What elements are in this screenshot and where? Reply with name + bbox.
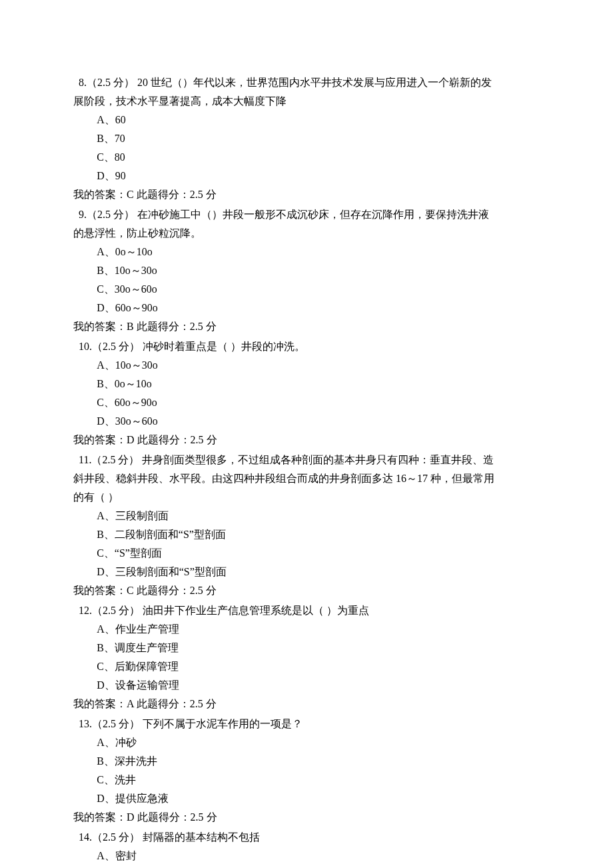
question-stem-cont: 的悬浮性，防止砂粒沉降。 bbox=[73, 224, 540, 243]
answer-line: 我的答案：C 此题得分：2.5 分 bbox=[73, 185, 540, 204]
question-stem-cont: 展阶段，技术水平显著提高，成本大幅度下降 bbox=[73, 92, 540, 111]
option-c: C、60o～90o bbox=[73, 393, 540, 412]
question-stem: 9.（2.5 分） 在冲砂施工中（）井段一般形不成沉砂床，但存在沉降作用，要保持… bbox=[73, 205, 540, 224]
answer-line: 我的答案：D 此题得分：2.5 分 bbox=[73, 431, 540, 449]
answer-line: 我的答案：A 此题得分：2.5 分 bbox=[73, 695, 540, 713]
question-8: 8.（2.5 分） 20 世纪（）年代以来，世界范围内水平井技术发展与应用进入一… bbox=[73, 73, 540, 204]
option-d: D、提供应急液 bbox=[73, 789, 540, 808]
question-stem: 12.（2.5 分） 油田井下作业生产信息管理系统是以（ ）为重点 bbox=[73, 601, 540, 620]
question-stem-cont2: 的有（ ） bbox=[73, 488, 540, 507]
document-page: 8.（2.5 分） 20 世纪（）年代以来，世界范围内水平井技术发展与应用进入一… bbox=[0, 0, 613, 868]
question-13: 13.（2.5 分） 下列不属于水泥车作用的一项是？ A、冲砂 B、深井洗井 C… bbox=[73, 715, 540, 827]
question-10: 10.（2.5 分） 冲砂时着重点是（ ）井段的冲洗。 A、10o～30o B、… bbox=[73, 337, 540, 449]
question-stem: 13.（2.5 分） 下列不属于水泥车作用的一项是？ bbox=[73, 715, 540, 733]
option-d: D、30o～60o bbox=[73, 412, 540, 431]
question-11: 11.（2.5 分） 井身剖面类型很多，不过组成各种剖面的基本井身只有四种：垂直… bbox=[73, 451, 540, 600]
answer-line: 我的答案：D 此题得分：2.5 分 bbox=[73, 808, 540, 827]
option-a: A、0o～10o bbox=[73, 243, 540, 261]
option-d: D、三段制剖面和“S”型剖面 bbox=[73, 563, 540, 581]
option-b: B、调度生产管理 bbox=[73, 639, 540, 657]
option-d: D、60o～90o bbox=[73, 299, 540, 317]
option-b: B、扶正 bbox=[73, 865, 540, 868]
option-b: B、0o～10o bbox=[73, 375, 540, 393]
option-c: C、后勤保障管理 bbox=[73, 657, 540, 676]
option-a: A、10o～30o bbox=[73, 356, 540, 375]
option-c: C、80 bbox=[73, 148, 540, 167]
option-a: A、作业生产管理 bbox=[73, 620, 540, 639]
question-stem: 10.（2.5 分） 冲砂时着重点是（ ）井段的冲洗。 bbox=[73, 337, 540, 356]
option-b: B、二段制剖面和“S”型剖面 bbox=[73, 525, 540, 544]
question-stem: 14.（2.5 分） 封隔器的基本结构不包括 bbox=[73, 828, 540, 847]
question-stem-cont: 斜井段、稳斜井段、水平段。由这四种井段组合而成的井身剖面多达 16～17 种，但… bbox=[73, 469, 540, 488]
question-12: 12.（2.5 分） 油田井下作业生产信息管理系统是以（ ）为重点 A、作业生产… bbox=[73, 601, 540, 713]
question-9: 9.（2.5 分） 在冲砂施工中（）井段一般形不成沉砂床，但存在沉降作用，要保持… bbox=[73, 205, 540, 336]
option-a: A、60 bbox=[73, 111, 540, 129]
option-b: B、70 bbox=[73, 129, 540, 148]
question-14: 14.（2.5 分） 封隔器的基本结构不包括 A、密封 B、扶正 C、四通 bbox=[73, 828, 540, 868]
answer-line: 我的答案：C 此题得分：2.5 分 bbox=[73, 581, 540, 600]
option-d: D、90 bbox=[73, 167, 540, 185]
option-a: A、密封 bbox=[73, 847, 540, 865]
option-b: B、10o～30o bbox=[73, 261, 540, 280]
option-a: A、三段制剖面 bbox=[73, 507, 540, 525]
question-stem: 11.（2.5 分） 井身剖面类型很多，不过组成各种剖面的基本井身只有四种：垂直… bbox=[73, 451, 540, 469]
question-stem: 8.（2.5 分） 20 世纪（）年代以来，世界范围内水平井技术发展与应用进入一… bbox=[73, 73, 540, 92]
option-c: C、洗井 bbox=[73, 771, 540, 789]
option-d: D、设备运输管理 bbox=[73, 676, 540, 695]
option-b: B、深井洗井 bbox=[73, 752, 540, 771]
answer-line: 我的答案：B 此题得分：2.5 分 bbox=[73, 317, 540, 336]
option-c: C、30o～60o bbox=[73, 280, 540, 299]
option-c: C、“S”型剖面 bbox=[73, 544, 540, 563]
option-a: A、冲砂 bbox=[73, 733, 540, 752]
